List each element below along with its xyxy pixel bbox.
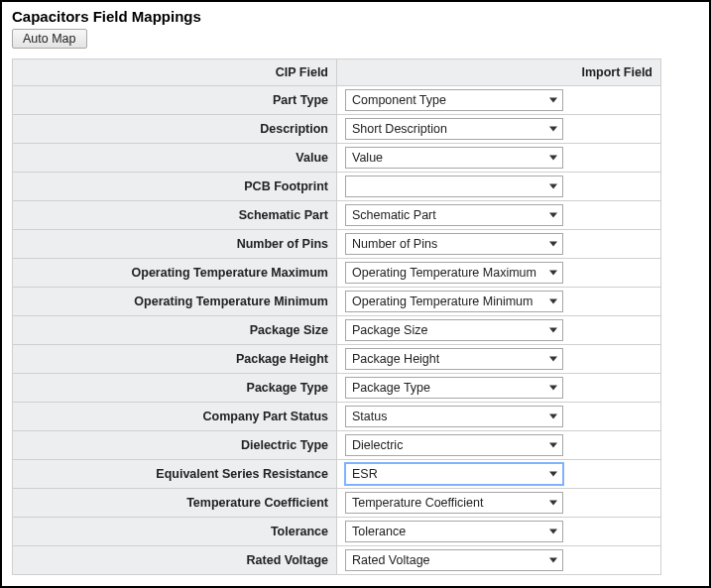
table-row: Package SizePackage Size: [13, 316, 661, 345]
import-field-cell: Package Size: [337, 316, 661, 345]
cip-field-label: Equivalent Series Resistance: [13, 460, 337, 489]
chevron-down-icon: [549, 127, 557, 132]
auto-map-button[interactable]: Auto Map: [12, 29, 87, 49]
table-row: Dielectric TypeDielectric: [13, 431, 661, 460]
import-field-cell: Schematic Part: [337, 201, 661, 230]
import-field-dropdown[interactable]: Number of Pins: [345, 233, 563, 255]
import-field-dropdown[interactable]: [345, 176, 563, 197]
table-row: Rated VoltageRated Voltage: [13, 546, 661, 575]
chevron-down-icon: [549, 357, 557, 362]
import-field-cell: Value: [337, 144, 661, 173]
import-field-cell: Temperature Coefficient: [337, 489, 661, 518]
cip-field-label: Part Type: [13, 86, 337, 115]
dropdown-value: Short Description: [352, 122, 447, 136]
cip-field-label: Package Size: [13, 316, 337, 345]
import-field-dropdown[interactable]: Operating Temperature Maximum: [345, 262, 563, 284]
cip-field-label: Rated Voltage: [13, 546, 337, 575]
chevron-down-icon: [549, 213, 557, 218]
import-field-dropdown[interactable]: ESR: [345, 463, 563, 485]
chevron-down-icon: [549, 501, 557, 506]
cip-field-label: Number of Pins: [13, 230, 337, 259]
import-field-cell: Tolerance: [337, 518, 661, 546]
field-mappings-table: CIP Field Import Field Part TypeComponen…: [12, 59, 661, 575]
table-row: Company Part StatusStatus: [13, 403, 661, 431]
import-field-dropdown[interactable]: Component Type: [345, 89, 563, 111]
chevron-down-icon: [549, 299, 557, 304]
chevron-down-icon: [549, 472, 557, 477]
import-field-dropdown[interactable]: Operating Temperature Minimum: [345, 291, 563, 312]
table-row: Package HeightPackage Height: [13, 345, 661, 374]
import-field-cell: Component Type: [337, 86, 661, 115]
dropdown-value: Schematic Part: [352, 208, 436, 222]
cip-field-label: Package Type: [13, 374, 337, 403]
chevron-down-icon: [549, 156, 557, 161]
app-frame: Capacitors Field Mappings Auto Map CIP F…: [0, 0, 711, 588]
import-field-dropdown[interactable]: Status: [345, 406, 563, 427]
chevron-down-icon: [549, 184, 557, 189]
dropdown-value: ESR: [352, 467, 378, 481]
col-header-cip: CIP Field: [13, 59, 337, 86]
import-field-dropdown[interactable]: Package Type: [345, 377, 563, 399]
import-field-cell: Rated Voltage: [337, 546, 661, 575]
dropdown-value: Status: [352, 410, 387, 423]
chevron-down-icon: [549, 558, 557, 563]
import-field-dropdown[interactable]: Package Height: [345, 348, 563, 370]
table-row: DescriptionShort Description: [13, 115, 661, 144]
cip-field-label: Value: [13, 144, 337, 173]
import-field-cell: Dielectric: [337, 431, 661, 460]
table-row: Part TypeComponent Type: [13, 86, 661, 115]
import-field-cell: ESR: [337, 460, 661, 489]
chevron-down-icon: [549, 443, 557, 448]
dropdown-value: Package Type: [352, 381, 430, 395]
chevron-down-icon: [549, 328, 557, 333]
cip-field-label: Schematic Part: [13, 201, 337, 230]
table-row: ValueValue: [13, 144, 661, 173]
import-field-dropdown[interactable]: Rated Voltage: [345, 549, 563, 571]
import-field-dropdown[interactable]: Package Size: [345, 319, 563, 341]
dropdown-value: Operating Temperature Maximum: [352, 266, 536, 280]
dropdown-value: Dielectric: [352, 438, 403, 452]
import-field-cell: Number of Pins: [337, 230, 661, 259]
cip-field-label: Dielectric Type: [13, 431, 337, 460]
import-field-cell: Operating Temperature Maximum: [337, 259, 661, 288]
cip-field-label: Operating Temperature Maximum: [13, 259, 337, 288]
dropdown-value: Number of Pins: [352, 237, 437, 251]
chevron-down-icon: [549, 529, 557, 534]
import-field-dropdown[interactable]: Dielectric: [345, 434, 563, 456]
chevron-down-icon: [549, 386, 557, 391]
table-row: Operating Temperature MinimumOperating T…: [13, 288, 661, 316]
dropdown-value: Tolerance: [352, 525, 406, 538]
import-field-cell: Package Height: [337, 345, 661, 374]
cip-field-label: Package Height: [13, 345, 337, 374]
import-field-dropdown[interactable]: Temperature Coefficient: [345, 492, 563, 514]
table-row: Operating Temperature MaximumOperating T…: [13, 259, 661, 288]
table-row: Temperature CoefficientTemperature Coeff…: [13, 489, 661, 518]
cip-field-label: Temperature Coefficient: [13, 489, 337, 518]
dropdown-value: Package Height: [352, 352, 439, 366]
content-area: Capacitors Field Mappings Auto Map CIP F…: [2, 2, 709, 586]
chevron-down-icon: [549, 414, 557, 419]
chevron-down-icon: [549, 271, 557, 276]
import-field-dropdown[interactable]: Tolerance: [345, 521, 563, 542]
import-field-dropdown[interactable]: Short Description: [345, 118, 563, 140]
dropdown-value: Value: [352, 151, 383, 165]
scroll-pane[interactable]: Capacitors Field Mappings Auto Map CIP F…: [2, 2, 709, 586]
import-field-cell: Operating Temperature Minimum: [337, 288, 661, 316]
table-row: Schematic PartSchematic Part: [13, 201, 661, 230]
chevron-down-icon: [549, 242, 557, 247]
import-field-dropdown[interactable]: Schematic Part: [345, 204, 563, 226]
dropdown-value: Temperature Coefficient: [352, 496, 483, 510]
import-field-dropdown[interactable]: Value: [345, 147, 563, 169]
dropdown-value: Rated Voltage: [352, 553, 430, 567]
dropdown-value: Package Size: [352, 323, 427, 337]
chevron-down-icon: [549, 98, 557, 103]
page-title: Capacitors Field Mappings: [12, 8, 709, 25]
dropdown-value: Operating Temperature Minimum: [352, 294, 533, 308]
cip-field-label: Operating Temperature Minimum: [13, 288, 337, 316]
cip-field-label: PCB Footprint: [13, 173, 337, 201]
table-row: Number of PinsNumber of Pins: [13, 230, 661, 259]
cip-field-label: Company Part Status: [13, 403, 337, 431]
table-row: ToleranceTolerance: [13, 518, 661, 546]
table-header-row: CIP Field Import Field: [13, 59, 661, 86]
table-row: PCB Footprint: [13, 173, 661, 201]
